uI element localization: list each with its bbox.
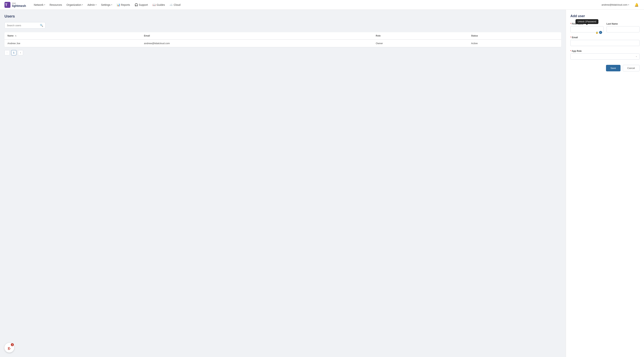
lock-icon: 🔒 — [596, 31, 598, 34]
app-role-select[interactable]: Admin Owner Member Viewer — [570, 54, 640, 60]
form-actions: Save Cancel — [570, 65, 640, 71]
pagination-page-1-button[interactable]: 1 — [11, 50, 16, 55]
search-icon: 🔍 — [40, 24, 43, 27]
headset-icon: 🎧 — [134, 3, 138, 6]
table-header: Name ⇅ Email Role Status — [4, 32, 561, 40]
cell-name: Andrew Joe — [4, 40, 141, 47]
griddly-letter: g. — [8, 345, 11, 350]
cell-role: Owner — [373, 40, 468, 47]
cloud-icon: ☁️ — [170, 3, 173, 6]
nav-item-admin[interactable]: Admin ▾ — [86, 2, 98, 8]
pagination-prev-button[interactable]: ‹ — [4, 50, 10, 55]
navbar: T tidal lightmesh Network ▾ Resources Or… — [0, 0, 644, 10]
search-bar: 🔍 — [4, 22, 46, 28]
chart-icon: 📊 — [117, 3, 120, 6]
cell-status: Active — [468, 40, 561, 47]
first-name-label: * First Name — [570, 22, 604, 25]
column-role: Role — [373, 32, 468, 40]
griddly-badge: 2 — [11, 343, 14, 346]
nav-item-guides[interactable]: 📖 Guides — [150, 2, 167, 8]
info-icon: i — [599, 31, 602, 34]
nav-item-settings[interactable]: Settings ▾ — [99, 2, 114, 8]
add-user-title: Add user — [570, 14, 640, 18]
page-title: Users — [4, 14, 561, 18]
users-table: Name ⇅ Email Role Status Andrew J — [4, 32, 561, 47]
last-name-input[interactable] — [606, 26, 640, 32]
last-name-label: Last Name — [606, 22, 640, 25]
column-status: Status — [468, 32, 561, 40]
user-menu[interactable]: andrew@tidalcloud.com ▾ — [600, 2, 630, 7]
name-row: * First Name Unlock 1Password 🔒 i Last N… — [570, 22, 640, 32]
nav-item-cloud[interactable]: ☁️ Cloud — [168, 2, 182, 8]
column-name: Name ⇅ — [4, 32, 141, 40]
email-input[interactable] — [570, 40, 640, 46]
app-role-label: * App Role — [570, 50, 640, 52]
table-body: Andrew Joe andrew@tidalcloud.com Owner A… — [4, 40, 561, 47]
navbar-nav: Network ▾ Resources Organization ▾ Admin… — [32, 2, 600, 8]
layout: Users 🔍 Name ⇅ Email Role — [0, 10, 644, 357]
email-label: * Email — [570, 36, 640, 39]
pagination-next-button[interactable]: › — [18, 50, 23, 55]
nav-item-support[interactable]: 🎧 Support — [133, 2, 150, 8]
input-icons: 🔒 i — [596, 31, 602, 34]
logo-text: tidal lightmesh — [12, 2, 26, 8]
main-content: Users 🔍 Name ⇅ Email Role — [0, 10, 566, 357]
column-email: Email — [141, 32, 373, 40]
nav-item-network[interactable]: Network ▾ — [32, 2, 47, 8]
sort-icon[interactable]: ⇅ — [15, 35, 16, 37]
chevron-down-icon: ▾ — [82, 4, 83, 6]
notification-button[interactable]: 🔔 — [634, 2, 640, 8]
app-role-group: * App Role Admin Owner Member Viewer — [570, 50, 640, 60]
search-input[interactable] — [7, 24, 38, 27]
griddly-widget[interactable]: g. 2 — [4, 343, 14, 352]
nav-item-reports[interactable]: 📊 Reports — [115, 2, 132, 8]
cell-email: andrew@tidalcloud.com — [141, 40, 373, 47]
logo[interactable]: T tidal lightmesh — [4, 2, 26, 8]
bell-icon: 🔔 — [634, 3, 638, 7]
table-row[interactable]: Andrew Joe andrew@tidalcloud.com Owner A… — [4, 40, 561, 47]
user-menu-chevron-icon: ▾ — [628, 4, 629, 6]
svg-text:T: T — [5, 3, 8, 7]
save-button[interactable]: Save — [606, 65, 620, 71]
add-user-panel: Add user * First Name Unlock 1Password 🔒… — [566, 10, 644, 357]
email-group: * Email — [570, 36, 640, 46]
logo-icon: T — [4, 2, 10, 8]
table-header-row: Name ⇅ Email Role Status — [4, 32, 561, 40]
cancel-button[interactable]: Cancel — [623, 65, 640, 71]
nav-item-organization[interactable]: Organization ▾ — [65, 2, 85, 8]
chevron-down-icon: ▾ — [111, 4, 112, 6]
first-name-group: * First Name Unlock 1Password 🔒 i — [570, 22, 604, 32]
first-name-input-wrapper: Unlock 1Password 🔒 i — [570, 26, 604, 32]
pagination: ‹ 1 › — [4, 50, 561, 55]
chevron-down-icon: ▾ — [44, 4, 45, 6]
chevron-down-icon: ▾ — [96, 4, 96, 6]
navbar-right: andrew@tidalcloud.com ▾ 🔔 — [600, 2, 640, 8]
nav-item-resources[interactable]: Resources — [48, 2, 64, 8]
last-name-group: Last Name — [606, 22, 640, 32]
book-icon: 📖 — [152, 3, 156, 6]
